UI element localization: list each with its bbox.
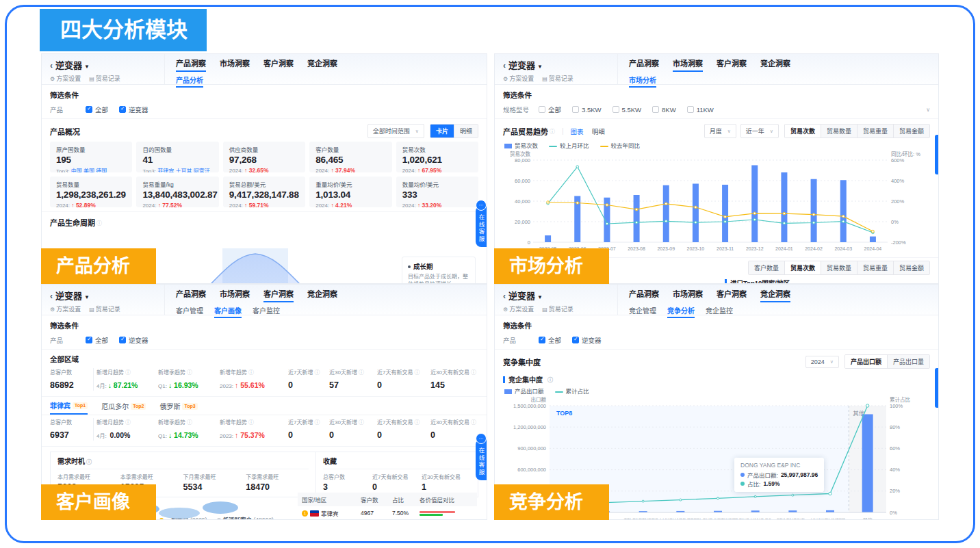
info-icon[interactable]: ⓘ xyxy=(125,419,131,426)
plan-settings-link[interactable]: ⚙方案设置 xyxy=(503,304,534,313)
trade-records-link[interactable]: ▤贸易记录 xyxy=(89,74,120,83)
info-icon[interactable]: ⓘ xyxy=(314,419,320,426)
product-checkbox[interactable]: 逆变器 xyxy=(119,105,149,114)
main-tab[interactable]: 市场洞察 xyxy=(220,57,250,72)
caret-down-icon[interactable]: ▼ xyxy=(84,64,90,70)
metric-toggle[interactable]: 产品出口量 xyxy=(887,355,929,368)
lifecycle-stage-card[interactable]: 成长期 目标产品处于成长期，整体趋势呈快速增长 xyxy=(402,257,476,284)
spec-checkbox[interactable]: 3.5KW xyxy=(572,106,602,114)
sub-tab[interactable]: 市场分析 xyxy=(629,75,656,88)
sub-tab[interactable]: 客户管理 xyxy=(176,305,203,318)
checkbox-box[interactable] xyxy=(86,337,92,343)
product-checkbox[interactable]: 逆变器 xyxy=(572,335,602,345)
sub-tab[interactable]: 客户画像 xyxy=(214,305,242,318)
view-toggle[interactable]: 卡片 xyxy=(430,125,454,138)
country-tab[interactable]: 厄瓜多尔Top2 xyxy=(101,400,146,415)
sub-tab[interactable]: 竞企监控 xyxy=(706,305,733,318)
top3-links[interactable]: 菲律宾 土耳其 阿富汗 xyxy=(157,168,209,172)
sub-tab[interactable]: 竞争分析 xyxy=(667,305,695,318)
checkbox-box[interactable] xyxy=(687,106,694,113)
main-tab[interactable]: 竞企洞察 xyxy=(760,288,790,302)
caret-down-icon[interactable]: ▼ xyxy=(537,294,543,300)
metric-toggle[interactable]: 产品出口额 xyxy=(845,355,887,368)
main-tab[interactable]: 市场洞察 xyxy=(673,57,703,72)
checkbox-box[interactable] xyxy=(572,337,579,343)
sub-tab[interactable]: 产品分析 xyxy=(176,75,203,88)
country-tab[interactable]: 俄罗斯Top3 xyxy=(159,400,197,415)
info-icon[interactable]: ⓘ xyxy=(414,419,420,426)
main-tab[interactable]: 客户洞察 xyxy=(717,57,747,72)
plan-title[interactable]: 逆变器 xyxy=(55,291,82,301)
info-icon[interactable]: ⓘ xyxy=(187,419,192,426)
main-tab[interactable]: 市场洞察 xyxy=(673,288,703,302)
checkbox-box[interactable] xyxy=(119,106,126,113)
main-tab[interactable]: 客户洞察 xyxy=(717,288,747,302)
info-icon[interactable]: ⓘ xyxy=(471,419,476,426)
product-checkbox[interactable]: 全部 xyxy=(86,335,108,345)
info-icon[interactable]: ⓘ xyxy=(187,369,192,376)
main-tab[interactable]: 产品洞察 xyxy=(176,57,206,72)
checkbox-box[interactable] xyxy=(539,106,545,113)
info-icon[interactable]: ⓘ xyxy=(359,419,364,426)
collapse-chevron-icon[interactable]: ∨ xyxy=(926,107,930,113)
trade-records-link[interactable]: ▤贸易记录 xyxy=(542,74,573,83)
main-tab[interactable]: 竞企洞察 xyxy=(760,57,790,72)
info-icon[interactable]: ⓘ xyxy=(550,127,555,135)
back-icon[interactable]: ‹ xyxy=(503,291,506,301)
info-icon[interactable]: ⓘ xyxy=(471,369,476,376)
metric-toggle[interactable]: 贸易次数 xyxy=(785,125,821,138)
plan-settings-link[interactable]: ⚙方案设置 xyxy=(50,304,81,313)
plan-title[interactable]: 逆变器 xyxy=(508,60,535,70)
back-icon[interactable]: ‹ xyxy=(50,61,53,70)
metric-toggle[interactable]: 贸易次数 xyxy=(784,261,821,274)
main-tab[interactable]: 竞企洞察 xyxy=(307,57,337,72)
legend-item[interactable]: 产品出口额 xyxy=(504,387,544,395)
country-tab[interactable]: 菲律宾Top1 xyxy=(50,400,88,415)
main-tab[interactable]: 产品洞察 xyxy=(629,57,659,72)
plan-settings-link[interactable]: ⚙方案设置 xyxy=(503,74,534,83)
metric-toggle[interactable]: 贸易数量 xyxy=(821,261,857,274)
top3-links[interactable]: 中国 美国 德国 xyxy=(71,168,107,172)
product-checkbox[interactable]: 全部 xyxy=(86,105,108,114)
checkbox-box[interactable] xyxy=(652,106,659,113)
info-icon[interactable]: ⓘ xyxy=(125,369,131,376)
checkbox-box[interactable] xyxy=(539,337,545,343)
plan-title[interactable]: 逆变器 xyxy=(508,291,535,301)
info-icon[interactable]: ⓘ xyxy=(547,376,553,383)
info-icon[interactable]: ⓘ xyxy=(414,369,420,376)
trade-records-link[interactable]: ▤贸易记录 xyxy=(89,304,120,313)
product-checkbox[interactable]: 全部 xyxy=(539,335,561,345)
online-service-button-clipped[interactable] xyxy=(935,135,938,174)
time-range-select[interactable]: 全部时间范围∨ xyxy=(368,124,424,138)
checkbox-box[interactable] xyxy=(86,106,92,113)
legend-item[interactable]: 较上月环比 xyxy=(549,141,589,149)
info-icon[interactable]: ⓘ xyxy=(248,369,254,376)
period-select[interactable]: 月度∨ xyxy=(704,124,736,138)
checkbox-box[interactable] xyxy=(119,337,126,343)
main-tab[interactable]: 市场洞察 xyxy=(220,288,250,302)
view-toggle[interactable]: 明细 xyxy=(454,125,478,138)
main-tab[interactable]: 产品洞察 xyxy=(176,288,206,302)
main-tab[interactable]: 客户洞察 xyxy=(263,288,294,302)
metric-toggle[interactable]: 客户数量 xyxy=(749,261,784,274)
info-icon[interactable]: ⓘ xyxy=(96,219,102,226)
main-tab[interactable]: 竞企洞察 xyxy=(307,288,337,302)
plan-title[interactable]: 逆变器 xyxy=(55,60,82,70)
info-icon[interactable]: ⓘ xyxy=(359,369,364,376)
info-icon[interactable]: ⓘ xyxy=(314,369,320,376)
main-tab[interactable]: 产品洞察 xyxy=(629,288,659,302)
checkbox-box[interactable] xyxy=(572,106,579,113)
checkbox-box[interactable] xyxy=(612,106,619,113)
online-service-button-clipped[interactable] xyxy=(935,368,938,408)
info-icon[interactable]: ⓘ xyxy=(248,419,254,426)
online-service-button[interactable]: ⋯ 在线客服 xyxy=(476,206,487,247)
online-service-button[interactable]: ⋯ 在线客服 xyxy=(476,439,487,480)
chart-view-tab[interactable]: 图表 xyxy=(571,127,584,136)
chart-view-tab[interactable]: 明细 xyxy=(592,127,605,136)
back-icon[interactable]: ‹ xyxy=(503,61,506,70)
period-select[interactable]: 近一年∨ xyxy=(740,124,779,138)
metric-toggle[interactable]: 贸易数量 xyxy=(821,125,857,138)
metric-toggle[interactable]: 贸易重量 xyxy=(857,261,893,274)
trade-records-link[interactable]: ▤贸易记录 xyxy=(542,304,573,313)
product-checkbox[interactable]: 逆变器 xyxy=(119,335,149,345)
